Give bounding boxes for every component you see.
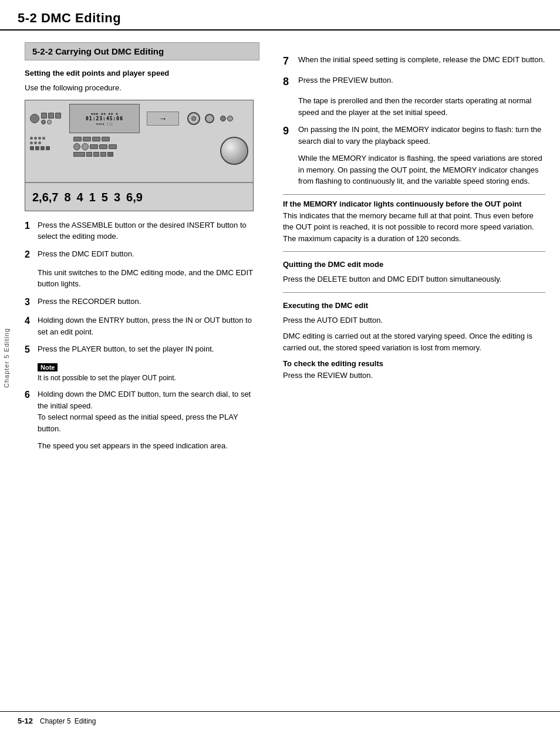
step-8-text: Press the PREVIEW button. [298,75,545,86]
device-mid-panel [73,137,214,157]
device-num6: 3 [114,191,120,204]
footer-page-num: 5-12 [18,717,33,725]
device-right-controls [220,116,233,121]
mb6 [82,143,89,150]
device-num4: 1 [89,191,96,204]
device-small-buttons [41,113,61,124]
step-2-text: Press the DMC EDIT button. [38,248,259,260]
mb1 [73,137,82,141]
device-num7: 6,9 [126,191,143,204]
executing-text1: Press the AUTO EDIT button. [283,315,545,326]
step-4-text: Holding down the ENTRY button, press the… [38,315,259,337]
step-1-text: Press the ASSEMBLE button or the desired… [38,219,259,242]
device-dots-mid [30,141,71,144]
step-5-text: Press the PLAYER button, to set the play… [38,343,259,355]
d4 [42,137,45,140]
page-title: 5-2 DMC Editing [18,11,542,26]
d5 [30,141,33,144]
divider-2 [283,251,545,252]
d3 [38,137,41,140]
step-7-text: When the initial speed setting is comple… [298,54,545,66]
device-reel-left [187,112,200,125]
d6 [34,141,37,144]
device-btn1 [41,113,47,119]
device-lcd-row3: ▪▪▪▪ ||| [96,121,113,126]
memory-heading: If the MEMORY indicator lights continuou… [283,200,545,208]
device-lcd-row1: ▪▪▪ ▪▪ ▪▪ ▪ [91,111,118,116]
device-image: ▪▪▪ ▪▪ ▪▪ ▪ 01:23:45:06 ▪▪▪▪ ||| → [25,100,254,211]
left-column: 5-2-2 Carrying Out DMC Editing Setting t… [13,31,271,705]
device-dots-top [30,137,71,140]
d7 [38,141,41,144]
step-8-subtext: The tape is prerolled and then the recor… [298,95,545,118]
step-3-number: 3 [25,296,38,309]
device-reels [187,112,214,125]
device-lcd-timecode: 01:23:45:06 [86,116,123,121]
device-knob [220,137,248,165]
step-2-subtext: This unit switches to the DMC editing mo… [38,267,259,290]
mb4 [102,137,110,141]
device-btn3 [55,113,61,119]
step-1-number: 1 [25,219,38,232]
page-container: 5-2 DMC Editing Chapter 5 Editing 5-2-2 … [0,0,560,730]
device-btn-row3 [73,152,214,157]
device-btn-row1 [73,137,214,141]
device-led1 [41,120,46,124]
divider-3 [283,292,545,293]
device-mid-row [25,134,253,167]
device-num5: 5 [102,191,108,204]
device-num1: 2,6,7 [32,191,58,204]
step-4-number: 4 [25,315,38,327]
mb12 [93,152,99,157]
memory-text: This indicates that the memory became fu… [283,210,545,245]
db2 [35,146,39,150]
section-title: 5-2-2 Carrying Out DMC Editing [25,42,259,60]
step-8-number: 8 [283,75,298,89]
step-7-number: 7 [283,54,298,69]
device-btn2 [48,113,54,119]
subsection1-intro: Use the following procedure. [25,82,259,94]
step-2: 2 Press the DMC EDIT button. [25,248,259,261]
step-6-subtext: The speed you set appears in the speed i… [38,440,259,452]
device-left-panel [30,137,71,150]
db4 [46,146,50,150]
check-editing-text: Press the REVIEW button. [283,370,545,381]
mb7 [90,144,98,149]
step-5: 5 Press the PLAYER button, to set the pl… [25,343,259,356]
device-lcd-indicator: ▪▪▪▪ [96,121,104,126]
step-9-number: 9 [283,124,298,138]
note-label: Note [38,363,58,371]
step-6-text: Holding down the DMC EDIT button, turn t… [38,388,259,434]
db3 [41,146,45,150]
mb8 [99,144,107,149]
step-4: 4 Holding down the ENTRY button, press t… [25,315,259,337]
step-8: 8 Press the PREVIEW button. [283,75,545,89]
db1 [30,146,34,150]
page-header: 5-2 DMC Editing [0,0,560,31]
quitting-text: Press the DELETE button and DMC EDIT but… [283,273,545,285]
step-3: 3 Press the RECORDER button. [25,296,259,309]
step-3-text: Press the RECORDER button. [38,296,259,307]
step-6-number: 6 [25,388,38,401]
note-text: It is not possible to set the player OUT… [38,373,259,383]
mb2 [83,137,91,141]
step-6: 6 Holding down the DMC EDIT button, turn… [25,388,259,434]
device-num2: 8 [64,191,70,204]
d2 [34,137,37,140]
mb13 [100,152,106,157]
executing-text2: DMC editing is carried out at the stored… [283,330,545,353]
device-right-btns [220,116,233,121]
device-led2 [47,120,52,124]
step-1: 1 Press the ASSEMBLE button or the desir… [25,219,259,242]
device-dots-bot [30,146,71,150]
step-9-subtext: While the MEMORY indicator is flashing, … [298,153,545,187]
device-rb2 [227,116,233,121]
device-rb1 [220,116,226,121]
device-lcd-bars: ||| [107,121,113,126]
mb3 [92,137,100,141]
sidebar: Chapter 5 Editing [0,35,13,681]
device-rec-icon [30,114,39,123]
step-7: 7 When the initial speed setting is comp… [283,54,545,69]
device-top-row: ▪▪▪ ▪▪ ▪▪ ▪ 01:23:45:06 ▪▪▪▪ ||| → [25,100,253,134]
footer-section: Editing [75,717,96,725]
